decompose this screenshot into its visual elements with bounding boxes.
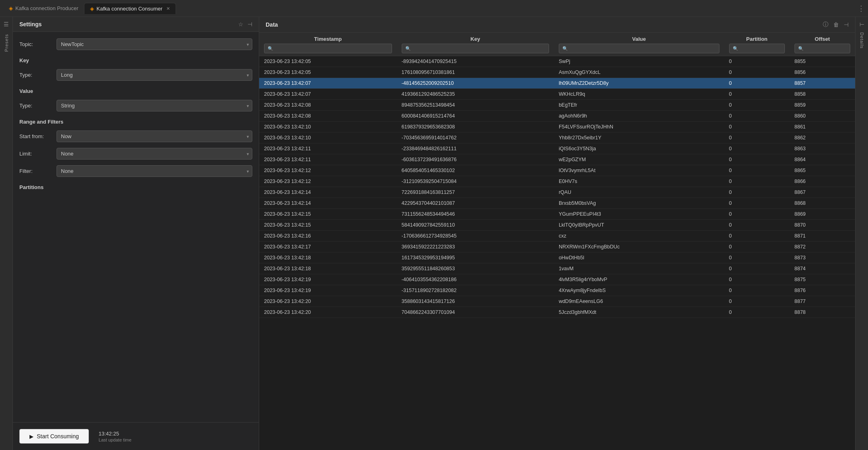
filter-select[interactable]: None Key Filter Value Filter [57,165,252,177]
data-table: Timestamp 🔍 Key 🔍 [259,33,855,318]
offset-search-input[interactable] [806,46,847,51]
cell-partition: 0 [724,285,790,296]
table-row[interactable]: 2023-06-23 13:42:203588603143415817126wd… [259,296,855,307]
settings-star-icon[interactable]: ☆ [238,21,243,27]
cell-key: 4193661292486525235 [397,89,554,100]
cell-timestamp: 2023-06-23 13:42:20 [259,296,397,307]
cell-partition: 0 [724,187,790,198]
start-from-select-wrapper: Now Beginning Specific Offset Timestamp … [57,130,252,142]
value-search-icon: 🔍 [562,46,568,51]
cell-timestamp: 2023-06-23 13:42:11 [259,154,397,165]
timestamp-search-input[interactable] [275,46,388,51]
table-row[interactable]: 2023-06-23 13:42:1835929555118482608531v… [259,263,855,274]
cell-offset: 8861 [790,122,855,132]
cell-offset: 8867 [790,187,855,198]
cell-offset: 8868 [790,198,855,209]
cell-partition: 0 [724,154,790,165]
table-row[interactable]: 2023-06-23 13:42:07-481456252009202510lh… [259,78,855,89]
cell-partition: 0 [724,307,790,318]
table-row[interactable]: 2023-06-23 13:42:2070486622433077010945J… [259,307,855,318]
table-row[interactable]: 2023-06-23 13:42:144229543704402101087Br… [259,198,855,209]
data-info-icon[interactable]: ⓘ [823,21,828,28]
table-row[interactable]: 2023-06-23 13:42:126405854051465330102lO… [259,165,855,176]
limit-select[interactable]: None 10 100 1000 [57,148,252,160]
col-label-offset: Offset [795,36,850,42]
cell-timestamp: 2023-06-23 13:42:12 [259,165,397,176]
table-row[interactable]: 2023-06-23 13:42:12-3121095392504715084E… [259,176,855,187]
table-row[interactable]: 2023-06-23 13:42:051761080956710381861As… [259,67,855,78]
cell-value: NRXRWm1FXcFmgBbDUc [554,242,724,252]
cell-key: 3693415922221223283 [397,242,554,252]
cell-timestamp: 2023-06-23 13:42:15 [259,209,397,220]
table-row[interactable]: 2023-06-23 13:42:19-40641035543622081864… [259,274,855,285]
value-type-select-wrapper: String Long Integer Double Bytes ▾ [57,100,252,111]
tab-producer[interactable]: ◈ Kafka connection Producer [3,3,84,14]
presets-icon[interactable]: ☰ [4,21,9,27]
partition-search-input[interactable] [740,46,781,51]
timestamp-search-box[interactable]: 🔍 [264,44,392,53]
cell-offset: 8864 [790,154,855,165]
offset-search-box[interactable]: 🔍 [795,44,850,53]
cell-timestamp: 2023-06-23 13:42:16 [259,231,397,242]
details-dock-icon[interactable]: ⊢ [860,21,864,27]
tab-consumer[interactable]: ◈ Kafka connection Consumer ✕ [84,3,176,14]
settings-panel: Settings ☆ ⊣ Topic: NewTopic OtherTopic … [13,17,259,450]
cell-key: 6198379329653682308 [397,122,554,132]
limit-label: Limit: [19,151,52,157]
cell-partition: 0 [724,132,790,143]
table-row[interactable]: 2023-06-23 13:42:11-2338469484826162111i… [259,143,855,154]
start-consuming-label: Start Consuming [37,433,79,439]
data-dock-icon[interactable]: ⊣ [844,21,849,28]
key-search-input[interactable] [413,46,545,51]
partition-search-box[interactable]: 🔍 [729,44,785,53]
cell-key: -2338469484826162111 [397,143,554,154]
settings-header-actions: ☆ ⊣ [238,21,252,27]
table-row[interactable]: 2023-06-23 13:42:157311556248534494546YG… [259,209,855,220]
cell-key: 1761080956710381861 [397,67,554,78]
cell-offset: 8875 [790,274,855,285]
table-row[interactable]: 2023-06-23 13:42:16-1706366612734928545c… [259,231,855,242]
table-row[interactable]: 2023-06-23 13:42:147226931884163811257rQ… [259,187,855,198]
cell-key: -8939424041470925415 [397,56,554,67]
cell-offset: 8874 [790,263,855,274]
cell-key: 7048662243307701094 [397,307,554,318]
table-row[interactable]: 2023-06-23 13:42:10-7034563695914014762Y… [259,132,855,143]
cell-partition: 0 [724,100,790,111]
table-row[interactable]: 2023-06-23 13:42:155841490927842559110Lk… [259,220,855,231]
cell-value: WKHcLR9q [554,89,724,100]
more-options-icon[interactable]: ⋮ [858,4,865,13]
table-row[interactable]: 2023-06-23 13:42:19-31571189027281820824… [259,285,855,296]
cell-offset: 8865 [790,165,855,176]
value-search-box[interactable]: 🔍 [559,44,719,53]
table-row[interactable]: 2023-06-23 13:42:074193661292486525235WK… [259,89,855,100]
filter-row: Filter: None Key Filter Value Filter ▾ [19,165,252,177]
cell-value: cxz [554,231,724,242]
key-type-select[interactable]: Long String Integer Double [57,69,252,81]
key-search-box[interactable]: 🔍 [402,44,549,53]
table-row[interactable]: 2023-06-23 13:42:086000841406915214764ag… [259,111,855,122]
table-row[interactable]: 2023-06-23 13:42:173693415922221223283NR… [259,242,855,252]
table-row[interactable]: 2023-06-23 13:42:11-6036137239491636876w… [259,154,855,165]
col-label-key: Key [402,36,549,42]
value-type-select[interactable]: String Long Integer Double Bytes [57,100,252,111]
value-search-input[interactable] [570,46,716,51]
table-row[interactable]: 2023-06-23 13:42:088948753562513498454bE… [259,100,855,111]
settings-dock-icon[interactable]: ⊣ [247,21,252,27]
cell-partition: 0 [724,56,790,67]
data-delete-icon[interactable]: 🗑 [833,21,839,28]
table-row[interactable]: 2023-06-23 13:42:05-8939424041470925415S… [259,56,855,67]
left-strip: ☰ Presets [0,17,13,450]
cell-timestamp: 2023-06-23 13:42:08 [259,111,397,122]
table-row[interactable]: 2023-06-23 13:42:106198379329653682308F5… [259,122,855,132]
table-row[interactable]: 2023-06-23 13:42:181617345329953194995oH… [259,252,855,263]
cell-timestamp: 2023-06-23 13:42:10 [259,132,397,143]
start-consuming-button[interactable]: ▶ Start Consuming [19,429,89,444]
start-from-select[interactable]: Now Beginning Specific Offset Timestamp [57,130,252,142]
cell-partition: 0 [724,209,790,220]
cell-timestamp: 2023-06-23 13:42:18 [259,252,397,263]
cell-partition: 0 [724,122,790,132]
topic-select[interactable]: NewTopic OtherTopic [57,38,252,50]
tab-consumer-close[interactable]: ✕ [166,6,170,11]
cell-key: 6405854051465330102 [397,165,554,176]
range-section-title: Range and Filters [19,119,252,125]
